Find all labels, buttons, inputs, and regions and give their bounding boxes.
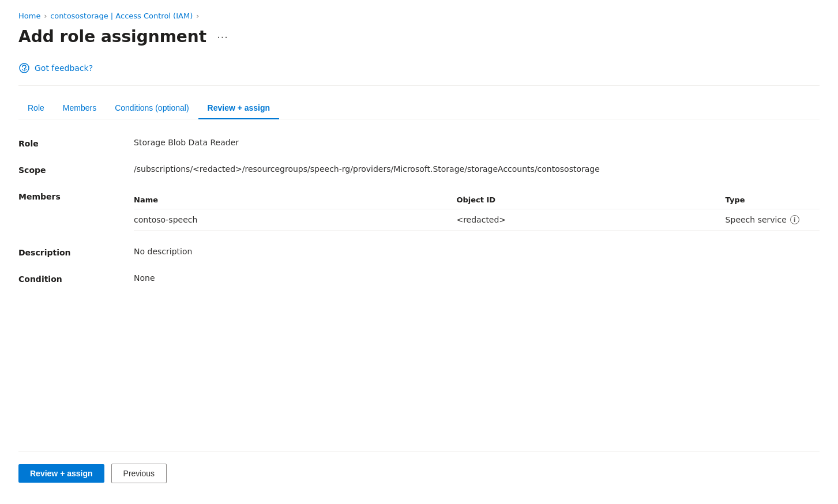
feedback-icon: [18, 62, 30, 74]
breadcrumb-sep-2: ›: [196, 12, 199, 20]
scope-field-row: Scope /subscriptions/<redacted>/resource…: [18, 164, 820, 175]
scope-value: /subscriptions/<redacted>/resourcegroups…: [134, 164, 600, 174]
description-label: Description: [18, 247, 134, 257]
footer-bar: Review + assign Previous: [18, 452, 820, 492]
description-field-row: Description No description: [18, 247, 820, 257]
col-header-name: Name: [134, 191, 456, 209]
content-area: Role Storage Blob Data Reader Scope /sub…: [18, 138, 820, 452]
description-value: No description: [134, 247, 192, 256]
role-label: Role: [18, 138, 134, 148]
member-objectid: <redacted>: [456, 209, 725, 231]
table-header-row: Name Object ID Type: [134, 191, 820, 209]
tab-conditions[interactable]: Conditions (optional): [106, 97, 198, 119]
tab-review-assign[interactable]: Review + assign: [198, 97, 280, 119]
col-header-objectid: Object ID: [456, 191, 725, 209]
table-row: contoso-speech <redacted> Speech service…: [134, 209, 820, 231]
tab-role[interactable]: Role: [18, 97, 54, 119]
tab-members[interactable]: Members: [54, 97, 106, 119]
role-value: Storage Blob Data Reader: [134, 138, 239, 147]
breadcrumb: Home › contosostorage | Access Control (…: [18, 12, 820, 20]
condition-field-row: Condition None: [18, 273, 820, 284]
previous-button[interactable]: Previous: [111, 464, 167, 483]
members-table-wrapper: Name Object ID Type contoso-speech <reda…: [134, 191, 820, 231]
member-type: Speech service i: [726, 209, 820, 231]
breadcrumb-home[interactable]: Home: [18, 12, 40, 20]
scope-label: Scope: [18, 164, 134, 175]
more-options-button[interactable]: ···: [213, 29, 232, 44]
role-field-row: Role Storage Blob Data Reader: [18, 138, 820, 148]
members-label: Members: [18, 191, 134, 201]
member-type-text: Speech service: [726, 215, 787, 224]
page-wrapper: Home › contosostorage | Access Control (…: [0, 0, 838, 504]
info-icon[interactable]: i: [790, 215, 799, 224]
condition-value: None: [134, 273, 155, 283]
member-name: contoso-speech: [134, 209, 456, 231]
breadcrumb-iam[interactable]: contosostorage | Access Control (IAM): [50, 12, 193, 20]
col-header-type: Type: [726, 191, 820, 209]
members-table: Name Object ID Type contoso-speech <reda…: [134, 191, 820, 231]
feedback-bar[interactable]: Got feedback?: [18, 58, 820, 78]
review-assign-button[interactable]: Review + assign: [18, 464, 104, 483]
feedback-label: Got feedback?: [35, 63, 93, 73]
page-header: Add role assignment ···: [18, 27, 820, 46]
tabs-nav: Role Members Conditions (optional) Revie…: [18, 97, 820, 119]
condition-label: Condition: [18, 273, 134, 284]
breadcrumb-sep-1: ›: [44, 12, 47, 20]
section-divider: [18, 85, 820, 86]
members-field-row: Members Name Object ID Type contoso-spee…: [18, 191, 820, 231]
page-title: Add role assignment: [18, 27, 206, 46]
